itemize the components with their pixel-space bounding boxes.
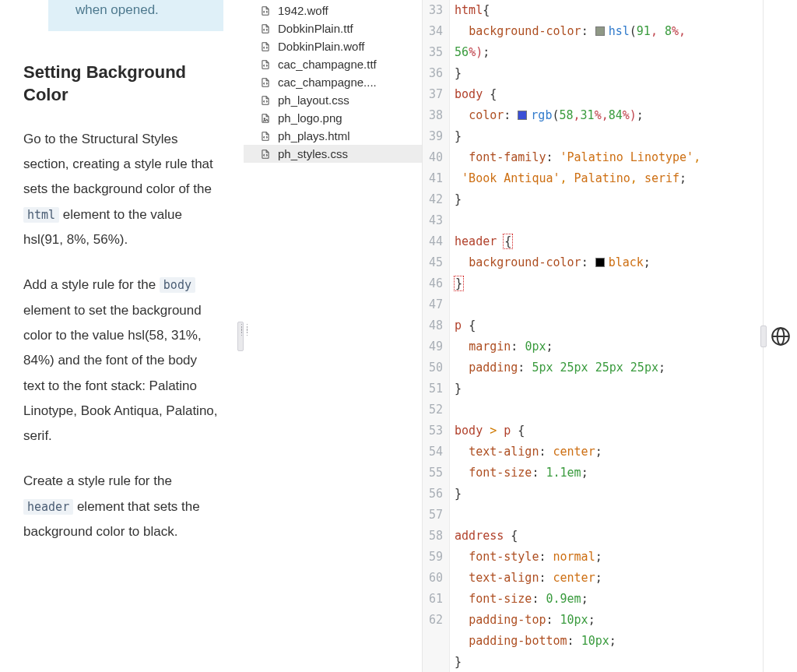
line-number: 62 xyxy=(429,610,443,631)
instruction-paragraph: Add a style rule for the body element to… xyxy=(23,273,219,449)
file-name-label: DobkinPlain.woff xyxy=(278,40,364,53)
file-tree-item[interactable]: DobkinPlain.ttf xyxy=(244,19,422,37)
code-line[interactable]: background-color: black; xyxy=(455,252,763,273)
code-line[interactable]: 'Book Antiqua', Palatino, serif; xyxy=(455,168,763,189)
code-line[interactable]: text-align: center; xyxy=(455,568,763,589)
file-tree-item[interactable]: DobkinPlain.woff xyxy=(244,37,422,55)
code-line[interactable]: background-color: hsl(91, 8%, xyxy=(455,21,763,42)
file-tree-item[interactable]: ph_plays.html xyxy=(244,127,422,145)
line-number: 43 xyxy=(429,210,443,231)
line-number: 37 xyxy=(429,84,443,105)
panel-resize-handle[interactable] xyxy=(760,325,767,347)
code-line[interactable]: font-size: 0.9em; xyxy=(455,589,763,610)
svg-point-0 xyxy=(264,118,265,118)
line-number: 61 xyxy=(429,589,443,610)
code-file-icon xyxy=(259,94,272,107)
right-toolbar xyxy=(763,0,797,672)
image-file-icon xyxy=(259,112,272,125)
code-line[interactable]: html{ xyxy=(455,0,763,21)
code-file-icon xyxy=(259,58,272,71)
code-line[interactable]: text-align: center; xyxy=(455,442,763,463)
code-chip-body: body xyxy=(160,277,195,293)
line-number: 50 xyxy=(429,357,443,378)
code-file-icon xyxy=(259,23,272,35)
code-line[interactable]: color: rgb(58,31%,84%); xyxy=(455,105,763,126)
line-number: 33 xyxy=(429,0,443,21)
drag-handle-icon: ⋮⋮⋮⋮⋮⋮ xyxy=(237,322,244,351)
code-file-icon xyxy=(259,76,272,89)
file-name-label: ph_plays.html xyxy=(278,129,350,142)
code-line[interactable]: font-family: 'Palatino Linotype', xyxy=(455,147,763,168)
file-tree-item[interactable]: 1942.woff xyxy=(244,2,422,19)
code-line[interactable]: p { xyxy=(455,315,763,336)
code-file-icon xyxy=(259,148,272,160)
file-tree-item[interactable]: cac_champagne.ttf xyxy=(244,55,422,73)
file-name-label: cac_champagne.ttf xyxy=(278,58,377,71)
code-file-icon xyxy=(259,5,272,17)
code-line[interactable]: margin: 0px; xyxy=(455,336,763,357)
section-heading: Setting Background Color xyxy=(23,61,219,107)
code-line[interactable]: } xyxy=(455,484,763,505)
code-chip-html: html xyxy=(23,207,59,223)
globe-icon[interactable] xyxy=(771,326,791,347)
file-name-label: ph_styles.css xyxy=(278,147,348,160)
line-number: 49 xyxy=(429,336,443,357)
file-name-label: cac_champagne.... xyxy=(278,76,377,89)
code-editor[interactable]: 3334353637383940414243444546474849505152… xyxy=(423,0,763,672)
line-number-gutter: 3334353637383940414243444546474849505152… xyxy=(423,0,450,672)
code-line[interactable]: body > p { xyxy=(455,420,763,442)
code-line[interactable]: padding-top: 10px; xyxy=(455,610,763,631)
line-number: 41 xyxy=(429,168,443,189)
code-line[interactable]: } xyxy=(455,652,763,672)
file-tree-item[interactable]: ph_logo.png xyxy=(244,109,422,127)
line-number: 54 xyxy=(429,442,443,463)
line-number: 58 xyxy=(429,526,443,547)
line-number: 38 xyxy=(429,105,443,126)
code-line[interactable]: } xyxy=(455,273,763,294)
code-line[interactable]: header { xyxy=(455,231,763,252)
line-number: 59 xyxy=(429,547,443,568)
line-number: 45 xyxy=(429,252,443,273)
panel-resize-handle[interactable]: ⋮⋮⋮⋮⋮⋮ xyxy=(237,0,244,672)
line-number: 57 xyxy=(429,505,443,526)
line-number: 42 xyxy=(429,189,443,210)
file-name-label: ph_layout.css xyxy=(278,93,349,107)
file-tree-item[interactable]: ph_layout.css xyxy=(244,91,422,109)
line-number: 44 xyxy=(429,231,443,252)
code-line[interactable]: padding-bottom: 10px; xyxy=(455,631,763,652)
hint-text: when opened. xyxy=(75,2,159,17)
code-file-icon xyxy=(259,40,272,53)
code-line[interactable]: font-style: normal; xyxy=(455,547,763,568)
code-line[interactable]: 56%); xyxy=(455,42,763,63)
file-tree-item[interactable]: cac_champagne.... xyxy=(244,73,422,91)
code-line[interactable]: body { xyxy=(455,84,763,105)
code-line[interactable] xyxy=(455,294,763,315)
line-number: 60 xyxy=(429,568,443,589)
file-name-label: ph_logo.png xyxy=(278,111,342,125)
line-number: 48 xyxy=(429,315,443,336)
line-number: 40 xyxy=(429,147,443,168)
code-line[interactable] xyxy=(455,505,763,526)
line-number: 56 xyxy=(429,484,443,505)
code-line[interactable] xyxy=(455,210,763,231)
code-line[interactable]: font-size: 1.1em; xyxy=(455,463,763,484)
file-name-label: DobkinPlain.ttf xyxy=(278,22,353,35)
code-line[interactable]: } xyxy=(455,126,763,147)
code-line[interactable]: } xyxy=(455,63,763,84)
line-number: 53 xyxy=(429,420,443,442)
line-number: 39 xyxy=(429,126,443,147)
code-line[interactable]: padding: 5px 25px 25px 25px; xyxy=(455,357,763,378)
line-number: 46 xyxy=(429,273,443,294)
line-number: 47 xyxy=(429,294,443,315)
line-number: 51 xyxy=(429,378,443,399)
instructions-panel: when opened. Setting Background Color Go… xyxy=(0,0,237,672)
code-line[interactable]: address { xyxy=(455,526,763,547)
code-line[interactable] xyxy=(455,399,763,420)
code-area[interactable]: html{ background-color: hsl(91, 8%,56%);… xyxy=(450,0,763,672)
code-line[interactable]: } xyxy=(455,189,763,210)
instruction-paragraph: Create a style rule for the header eleme… xyxy=(23,469,219,544)
code-line[interactable]: } xyxy=(455,378,763,399)
line-number: 34 xyxy=(429,21,443,42)
instruction-paragraph: Go to the Structural Styles section, cre… xyxy=(23,127,219,252)
file-tree-item[interactable]: ph_styles.css xyxy=(244,145,422,163)
